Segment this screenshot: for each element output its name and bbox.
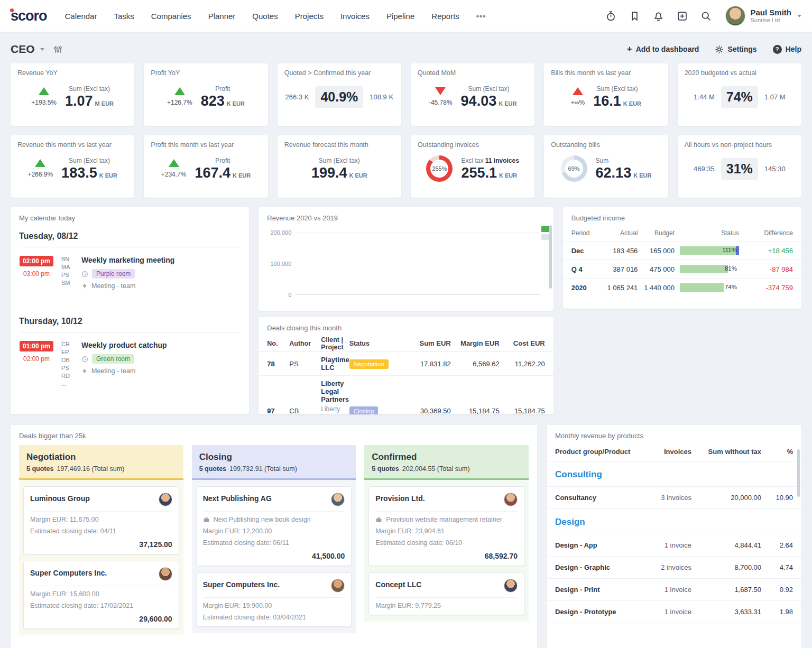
kpi-label: Sum (Excl tax) (461, 85, 517, 92)
kpi-card-revenue-month[interactable]: Revenue this month vs last year +266.9% … (11, 135, 134, 198)
table-row[interactable]: Q 4 387 016 475 000 81% -87 984 (563, 260, 801, 278)
table-row[interactable]: Design - Print 1 invoice 1,687.50 0.92 (547, 579, 801, 601)
scoro-logo[interactable]: scoro (11, 8, 47, 24)
chevron-down-icon (797, 15, 801, 17)
add-to-dashboard-label: Add to dashboard (636, 45, 699, 53)
calendar-event[interactable]: 01:00 pm 02:00 pm CR EP OB PS RD ... Wee… (11, 332, 249, 392)
nav-more-menu[interactable]: ••• (476, 12, 486, 21)
nav-item-quotes[interactable]: Quotes (252, 12, 278, 21)
kpi-card-quoted-mom[interactable]: Quoted MoM -45.78% Sum (Excl tax) 94.03K… (411, 63, 534, 126)
trend-percent: +234.7% (161, 171, 187, 178)
kpi-card-revenue-yoy[interactable]: Revenue YoY +193.5% Sum (Excl tax) 1.07M… (11, 63, 134, 126)
nav-item-planner[interactable]: Planner (208, 12, 236, 21)
add-to-dashboard-button[interactable]: + Add to dashboard (627, 44, 699, 54)
kpi-label-bold: 11 invoices (485, 157, 519, 164)
kpi-label: Sum (Excl tax) (311, 157, 367, 164)
nav-item-calendar[interactable]: Calendar (65, 12, 97, 21)
timer-icon[interactable] (605, 11, 616, 22)
scrollbar[interactable] (797, 449, 800, 497)
quick-add-icon[interactable] (677, 11, 688, 22)
deal-card[interactable]: Super Computers Inc. Margin EUR: 19,900.… (196, 572, 352, 627)
kpi-value: 1.07 (65, 93, 93, 109)
scrollbar[interactable] (549, 225, 552, 289)
nav-item-projects[interactable]: Projects (295, 12, 324, 21)
kpi-unit: K EUR (233, 172, 251, 179)
event-type: Meeting - team (91, 282, 135, 290)
avatar (504, 493, 518, 506)
kpi-label: Profit (201, 85, 245, 92)
ratio-percent: 74% (721, 86, 758, 108)
table-row[interactable]: Dec 183 456 165 000 111% +18 456 (563, 241, 801, 260)
ratio-left-value: 469:35 (694, 165, 715, 173)
kpi-unit: K EUR (499, 172, 517, 179)
panel-title: Monthly revenue by products (547, 425, 801, 443)
panel-title: Deals closing this month (259, 317, 553, 335)
kpi-title: Revenue this month vs last year (17, 141, 127, 149)
kpi-card-hours[interactable]: All hours vs non-project hours 469:35 31… (678, 135, 801, 198)
deals-closing-panel: Deals closing this month No. Author Clie… (259, 317, 553, 414)
status-progress-bar: 74% (680, 283, 739, 292)
table-row[interactable]: 97 CB Liberty Legal Partners Liberty Leg… (259, 376, 553, 414)
filter-sliders-icon[interactable] (53, 44, 63, 54)
kpi-card-budgeted-vs-actual[interactable]: 2020 budgeted vs actual 1.44 M 74% 1.07 … (678, 63, 801, 126)
calendar-event[interactable]: 02:00 pm 03:00 pm BN MA PS SM Weekly mar… (11, 247, 249, 299)
user-menu[interactable]: Paul Smith Sunrise Ltd (725, 6, 801, 26)
donut-percent: 255% (432, 165, 447, 172)
status-badge: Closing (349, 406, 378, 414)
project-briefcase-icon (203, 516, 210, 523)
bookmark-icon[interactable] (629, 11, 640, 22)
deal-card[interactable]: Next Publishing AG Next Publishing new b… (196, 486, 352, 566)
deal-card[interactable]: Super Computers Inc. Margin EUR: 15,600.… (23, 561, 179, 629)
dashboard-selector[interactable]: CEO (11, 43, 44, 55)
help-button[interactable]: ? Help (773, 45, 801, 54)
chart-y-axis: 200,000 100,000 0 (266, 229, 296, 298)
table-row[interactable]: Design - Graphic 2 invoices 8,700.00 4.7… (547, 557, 801, 579)
nav-item-pipeline[interactable]: Pipeline (386, 12, 414, 21)
kpi-card-profit-month[interactable]: Profit this month vs last year +234.7% P… (144, 135, 267, 198)
ratio-left-value: 1.44 M (694, 93, 715, 101)
search-icon[interactable] (700, 11, 712, 22)
table-row[interactable]: 78 PS Playtime LLC Negotiation 17,831.82… (259, 352, 553, 376)
panel-title: Deals bigger than 25k (11, 425, 537, 443)
trend-up-icon (174, 87, 185, 95)
kpi-label: Sum (Excl tax) (593, 85, 641, 92)
deal-card[interactable]: Provision Ltd. Provision website managem… (368, 486, 524, 566)
table-row[interactable]: Consultancy 3 invoices 20,000.00 10.90 (547, 487, 801, 509)
trend-up-icon (39, 87, 49, 95)
revenue-bars[interactable] (296, 233, 539, 295)
event-type: Meeting - team (91, 367, 135, 375)
avatar (159, 567, 172, 581)
kpi-card-revenue-forecast[interactable]: Revenue forecast this month Sum (Excl ta… (278, 135, 401, 198)
event-start-time: 02:00 pm (20, 256, 53, 266)
table-row[interactable]: 2020 1 065 241 1 440 000 74% -374 759 (563, 278, 801, 297)
nav-item-reports[interactable]: Reports (431, 12, 459, 21)
table-header: Period Actual Budget Status Difference (563, 225, 801, 241)
kanban-column-header: Negotiation 5 quotes197,469.16 (Total su… (19, 445, 183, 480)
user-name: Paul Smith (750, 8, 791, 17)
table-row[interactable]: Design - App 1 invoice 4,844.41 2.64 (547, 534, 801, 557)
kpi-card-quoted-confirmed[interactable]: Quoted > Confirmed this year 266.3 K 40.… (278, 63, 401, 126)
deal-card[interactable]: Luminous Group Margin EUR: 11,675.00 Est… (23, 486, 179, 554)
nav-item-companies[interactable]: Companies (151, 12, 191, 21)
event-end-time: 03:00 pm (19, 270, 54, 277)
header-actions: + Add to dashboard Settings ? Help (627, 44, 801, 54)
plus-icon: + (627, 44, 632, 54)
table-row[interactable]: Design - Prototype 1 invoice 3,633.31 1.… (547, 601, 801, 623)
ratio-percent: 31% (721, 158, 758, 180)
nav-item-tasks[interactable]: Tasks (114, 12, 134, 21)
deal-card[interactable]: Concept LLC Margin EUR: 9,779.25 (368, 572, 524, 615)
kpi-value: 167.4 (195, 165, 230, 181)
kpi-card-bills-month[interactable]: Bills this month vs last year +∞% Sum (E… (544, 63, 668, 126)
kpi-unit: K EUR (349, 172, 367, 179)
notifications-bell-icon[interactable] (653, 11, 664, 22)
kpi-title: All hours vs non-project hours (685, 141, 795, 149)
kpi-card-profit-yoy[interactable]: Profit YoY +126.7% Profit 823K EUR (144, 63, 267, 126)
ratio-right-value: 145:30 (764, 165, 786, 173)
settings-button[interactable]: Settings (715, 45, 756, 54)
nav-item-invoices[interactable]: Invoices (340, 12, 370, 21)
kpi-card-outstanding-invoices[interactable]: Outstanding invoices 255% Excl tax 11 in… (411, 135, 534, 198)
kpi-card-outstanding-bills[interactable]: Outstanding bills 69% Sum 62.13K EUR (544, 135, 668, 198)
product-group-link[interactable]: Design (547, 509, 801, 534)
avatar (331, 493, 345, 506)
product-group-link[interactable]: Consulting (547, 461, 801, 487)
